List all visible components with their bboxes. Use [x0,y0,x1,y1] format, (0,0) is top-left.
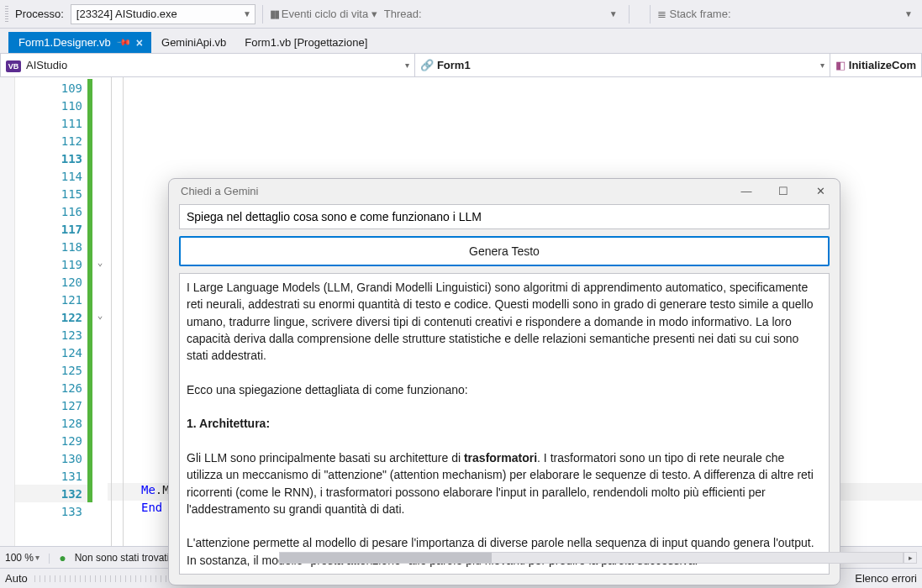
code-editor[interactable]: 109 110 111 112 113 114 115 116 117 118 … [0,77,922,546]
class-combo[interactable]: 🔗Form1 ▾ [415,54,830,76]
chevron-down-icon: ▼ [904,9,913,18]
navigation-bar: VBAIStudio ▾ 🔗Form1 ▾ ◧InitializeCom [0,54,922,77]
separator [650,5,651,24]
line-number-gutter: 109 110 111 112 113 114 115 116 117 118 … [15,77,92,546]
lifecycle-events-menu[interactable]: ▮▮ Eventi ciclo di vita ▾ [270,8,377,20]
method-icon: ◧ [835,59,846,71]
tab-auto[interactable]: Auto [5,572,28,585]
project-combo[interactable]: VBAIStudio ▾ [0,54,415,76]
document-tab-strip: Form1.Designer.vb 📌 × GeminiApi.vb Form1… [0,29,922,54]
separator [629,5,630,24]
horizontal-scrollbar[interactable]: ◂ ▸ [266,552,917,564]
pause-icon: ▮▮ [270,8,278,20]
thread-combo[interactable]: ▼ [429,4,622,24]
fold-toggle[interactable]: ⌄ [92,254,108,271]
chevron-down-icon: ▼ [243,9,251,18]
scroll-right-icon[interactable]: ▸ [904,552,917,564]
pin-icon[interactable]: 📌 [115,34,131,50]
thread-label: Thread: [384,8,422,20]
tab-error-list[interactable]: Elenco errori [855,572,917,585]
tab-geminiapi[interactable]: GeminiApi.vb [151,32,234,53]
debug-toolbar: Processo: [23324] AIStudio.exe ▼ ▮▮ Even… [0,0,922,29]
fold-gutter: ⌄ ⌄ [92,77,108,546]
member-combo[interactable]: ◧InitializeCom [830,54,922,76]
fold-toggle[interactable]: ⌄ [92,307,108,324]
dialog-title: Chiedi a Gemini [181,185,259,197]
left-margin [0,77,15,546]
chevron-down-icon: ▾ [820,60,825,70]
process-label: Processo: [15,8,64,20]
separator [262,5,263,24]
minimize-button[interactable]: ― [735,185,757,197]
stack-frame-label: ≣ Stack frame: [657,8,731,20]
dialog-titlebar[interactable]: Chiedi a Gemini ― ☐ ✕ [169,179,840,204]
tab-form1-design[interactable]: Form1.vb [Progettazione] [234,32,376,53]
chevron-down-icon: ▾ [405,60,409,70]
process-combo[interactable]: [23324] AIStudio.exe ▼ [71,4,256,24]
stackframe-combo[interactable]: ▼ [738,4,917,24]
zoom-combo[interactable]: 100 % ▾ [5,552,40,564]
chevron-down-icon: ▾ [35,553,40,562]
process-value: [23324] AIStudio.exe [76,8,177,20]
tab-form1-designer[interactable]: Form1.Designer.vb 📌 × [8,32,151,53]
vb-icon: VB [6,60,21,72]
output-textarea[interactable]: I Large Language Models (LLM, Grandi Mod… [179,273,830,575]
close-button[interactable]: ✕ [809,185,831,197]
prompt-input[interactable] [179,204,830,229]
gemini-dialog: Chiedi a Gemini ― ☐ ✕ Genera Testo I Lar… [168,178,840,585]
chevron-down-icon: ▼ [609,9,618,18]
maximize-button[interactable]: ☐ [772,185,794,197]
close-icon[interactable]: × [136,37,143,49]
stack-icon: ≣ [657,8,666,20]
check-icon: ● [59,551,66,564]
class-icon: 🔗 [420,59,434,71]
generate-button[interactable]: Genera Testo [179,236,830,266]
toolbar-grip[interactable] [5,6,8,23]
